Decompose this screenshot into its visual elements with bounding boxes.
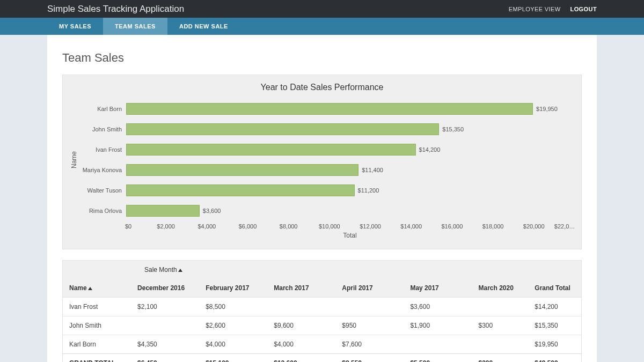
chart-bars: $19,950$15,350$14,200$11,400$11,200$3,60… — [126, 99, 575, 221]
logout-link[interactable]: LOGOUT — [570, 6, 597, 12]
cell-value — [472, 335, 528, 353]
column-header[interactable]: March 2020 — [472, 279, 528, 297]
y-tick-label: Ivan Frost — [79, 139, 122, 160]
column-header[interactable]: March 2017 — [267, 279, 335, 297]
bar[interactable] — [126, 103, 533, 115]
nav-add-new-sale[interactable]: ADD NEW SALE — [167, 18, 240, 35]
bar-value-label: $19,950 — [536, 106, 558, 112]
cell-value: $14,200 — [528, 298, 581, 316]
cell-value: $8,500 — [199, 298, 267, 316]
nav-my-sales[interactable]: MY SALES — [47, 18, 103, 35]
x-tick-label: $16,000 — [431, 223, 472, 230]
column-header[interactable]: Name — [63, 279, 131, 297]
y-tick-label: Rima Orlova — [79, 201, 122, 221]
column-header[interactable]: February 2017 — [199, 279, 267, 297]
column-header[interactable]: December 2016 — [131, 279, 199, 297]
table-row: Karl Born$4,350$4,000$4,000$7,600$19,950 — [63, 335, 581, 353]
sort-asc-icon — [88, 287, 92, 290]
x-axis-title: Total — [125, 232, 575, 239]
x-tick-label: $0 — [125, 223, 145, 230]
grand-total-cell: $300 — [472, 354, 528, 362]
x-axis-ticks: $0$2,000$4,000$6,000$8,000$10,000$12,000… — [125, 223, 575, 230]
page-content: Team Sales Year to Date Sales Performanc… — [47, 35, 597, 362]
cell-value: $7,600 — [335, 335, 404, 353]
chart-title: Year to Date Sales Performance — [69, 83, 575, 92]
x-tick-label: $6,000 — [227, 223, 268, 230]
top-bar: Simple Sales Tracking Application EMPLOY… — [0, 0, 644, 18]
cell-name: John Smith — [63, 316, 131, 335]
bar-value-label: $14,200 — [419, 146, 441, 153]
cell-name: Ivan Frost — [63, 298, 131, 316]
bar[interactable] — [126, 184, 355, 196]
grand-total-label: GRAND TOTAL — [63, 354, 131, 362]
grand-total-cell: $8,550 — [335, 354, 404, 362]
cell-value — [404, 335, 472, 353]
column-header[interactable]: April 2017 — [335, 279, 404, 297]
grand-total-cell: $15,100 — [199, 354, 267, 362]
bar[interactable] — [126, 144, 416, 156]
bar-row: $19,950 — [126, 99, 575, 119]
grand-total-cell: $13,600 — [267, 354, 335, 362]
app-title: Simple Sales Tracking Application — [47, 4, 184, 14]
table-super-header: Sale Month — [63, 261, 581, 279]
grand-total-cell: $49,500 — [528, 354, 581, 362]
y-tick-label: John Smith — [79, 119, 122, 139]
x-tick-label: $22,0… — [554, 223, 575, 230]
bar[interactable] — [126, 205, 200, 217]
cell-value: $15,350 — [528, 316, 581, 335]
grand-total-cell: $6,450 — [131, 354, 199, 362]
x-tick-label: $14,000 — [391, 223, 431, 230]
x-tick-label: $20,000 — [514, 223, 554, 230]
cell-value: $9,600 — [267, 316, 335, 335]
bar-value-label: $11,200 — [358, 187, 379, 194]
sales-table: Sale Month NameDecember 2016February 201… — [62, 260, 582, 362]
y-tick-label: Mariya Konova — [79, 160, 122, 180]
cell-value: $300 — [472, 316, 528, 335]
cell-value: $4,000 — [267, 335, 335, 353]
employee-view-link[interactable]: EMPLOYEE VIEW — [509, 6, 561, 12]
y-axis-title: Name — [69, 151, 79, 168]
bar[interactable] — [126, 164, 358, 176]
cell-value: $2,100 — [131, 298, 199, 316]
bar-value-label: $11,400 — [362, 167, 383, 173]
cell-name: Karl Born — [63, 335, 131, 353]
cell-value: $1,900 — [404, 316, 472, 335]
x-tick-label: $8,000 — [268, 223, 309, 230]
cell-value: $4,000 — [199, 335, 267, 353]
nav-bar: MY SALES TEAM SALES ADD NEW SALE — [0, 18, 644, 35]
column-header[interactable]: Grand Total — [528, 279, 581, 297]
chart-panel: Year to Date Sales Performance Name Karl… — [62, 75, 582, 249]
x-tick-label: $4,000 — [186, 223, 227, 230]
page-title: Team Sales — [62, 51, 582, 65]
bar-row: $3,600 — [126, 201, 575, 221]
x-tick-label: $18,000 — [472, 223, 513, 230]
sort-asc-icon — [178, 269, 182, 272]
bar-row: $11,200 — [126, 180, 575, 201]
sale-month-header[interactable]: Sale Month — [138, 261, 189, 279]
x-tick-label: $12,000 — [350, 223, 391, 230]
cell-value — [131, 316, 199, 335]
column-header[interactable]: May 2017 — [404, 279, 472, 297]
bar[interactable] — [126, 123, 439, 135]
y-axis-labels: Karl BornJohn SmithIvan FrostMariya Kono… — [79, 99, 126, 221]
cell-value: $2,600 — [199, 316, 267, 335]
y-tick-label: Karl Born — [79, 99, 122, 119]
cell-value: $3,600 — [404, 298, 472, 316]
grand-total-cell: $5,500 — [404, 354, 472, 362]
bar-row: $11,400 — [126, 160, 575, 180]
bar-value-label: $15,350 — [442, 126, 464, 132]
cell-value: $950 — [335, 316, 404, 335]
x-tick-label: $10,000 — [309, 223, 350, 230]
cell-value: $4,350 — [131, 335, 199, 353]
x-tick-label: $2,000 — [145, 223, 186, 230]
bar-value-label: $3,600 — [203, 208, 221, 214]
table-row: John Smith$2,600$9,600$950$1,900$300$15,… — [63, 316, 581, 335]
cell-value — [472, 298, 528, 316]
y-tick-label: Walter Tuson — [79, 180, 122, 201]
nav-team-sales[interactable]: TEAM SALES — [103, 18, 167, 35]
cell-value — [335, 298, 404, 316]
table-row: Ivan Frost$2,100$8,500$3,600$14,200 — [63, 297, 581, 316]
bar-row: $15,350 — [126, 119, 575, 139]
cell-value: $19,950 — [528, 335, 581, 353]
table-header-row: NameDecember 2016February 2017March 2017… — [63, 279, 581, 297]
